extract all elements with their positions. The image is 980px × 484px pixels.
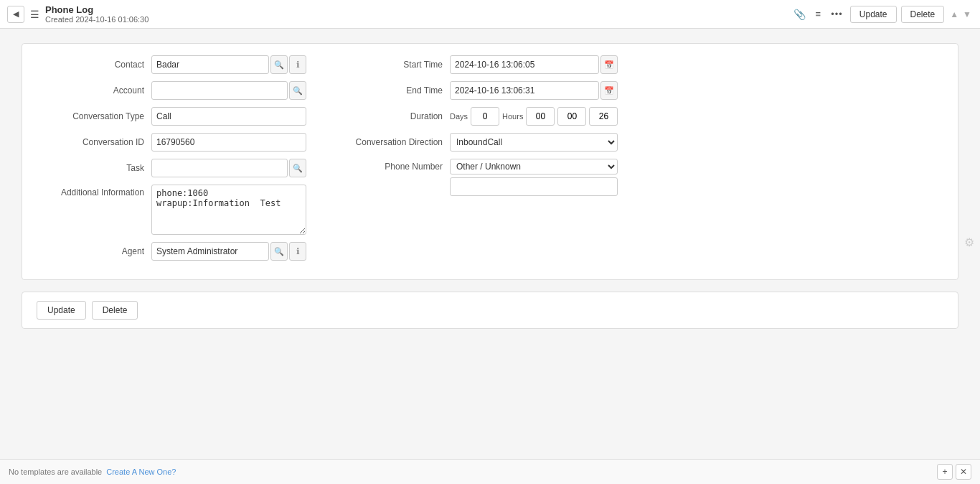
task-search-button[interactable]: 🔍 <box>289 159 306 177</box>
bottom-bar-left: No templates are available Create A New … <box>9 467 176 476</box>
update-button[interactable]: Update <box>37 301 86 320</box>
form-right-column: Start Time 📅 End Time 📅 <box>328 55 632 268</box>
nav-up-button[interactable]: ▲ <box>948 8 960 21</box>
additional-info-row: Additional Information phone:1060 wrapup… <box>37 185 321 235</box>
conversation-direction-select[interactable]: InboundCall OutboundCall Unknown <box>450 133 618 152</box>
conversation-type-input[interactable] <box>151 107 306 126</box>
additional-info-textarea[interactable]: phone:1060 wrapup:Information Test <box>151 185 306 235</box>
duration-row: Duration Days Hours <box>335 107 632 126</box>
phone-number-row: Phone Number Other / Unknown <box>335 159 632 196</box>
add-template-button[interactable]: + <box>937 464 953 480</box>
task-input[interactable] <box>151 159 288 177</box>
phone-number-group: Other / Unknown <box>450 159 618 196</box>
bottom-bar-right: + ✕ <box>937 464 971 480</box>
start-time-field-group: 📅 <box>450 55 618 74</box>
conversation-direction-label: Conversation Direction <box>335 137 450 147</box>
conversation-id-row: Conversation ID <box>37 133 321 152</box>
form-actions: Update Delete <box>22 292 958 329</box>
account-label: Account <box>37 85 151 96</box>
form-left-column: Contact 🔍 ℹ Account <box>37 55 328 268</box>
search-icon: 🔍 <box>293 164 303 173</box>
page-subtitle: Created 2024-10-16 01:06:30 <box>45 15 149 24</box>
close-icon: ✕ <box>960 467 967 477</box>
nav-down-button[interactable]: ▼ <box>961 8 973 21</box>
form-body: Contact 🔍 ℹ Account <box>37 55 632 268</box>
start-time-calendar-button[interactable]: 📅 <box>600 55 618 74</box>
settings-icon: ⚙ <box>964 236 974 249</box>
agent-field-group: 🔍 ℹ <box>151 242 306 261</box>
search-icon: 🔍 <box>274 247 284 256</box>
duration-seconds-input[interactable] <box>589 107 618 126</box>
contact-input[interactable] <box>151 55 269 74</box>
agent-info-button[interactable]: ℹ <box>289 242 306 261</box>
info-icon: ℹ <box>296 60 300 70</box>
title-block: Phone Log Created 2024-10-16 01:06:30 <box>45 4 149 24</box>
account-search-button[interactable]: 🔍 <box>289 81 306 100</box>
conversation-type-label: Conversation Type <box>37 111 151 121</box>
back-button[interactable]: ◀ <box>7 6 24 23</box>
phone-number-text-input[interactable] <box>450 177 618 196</box>
end-time-input[interactable] <box>450 81 599 100</box>
search-icon: 🔍 <box>293 86 303 96</box>
account-input[interactable] <box>151 81 288 100</box>
task-label: Task <box>37 163 151 173</box>
delete-button[interactable]: Delete <box>92 301 138 320</box>
attachment-button[interactable]: 📎 <box>791 7 809 22</box>
more-icon: ••• <box>831 9 843 19</box>
close-template-button[interactable]: ✕ <box>956 464 971 480</box>
main-content: Contact 🔍 ℹ Account <box>0 29 980 459</box>
attachment-icon: 📎 <box>793 9 806 20</box>
nav-arrows: ▲ ▼ <box>948 8 973 21</box>
task-field-group: 🔍 <box>151 159 306 177</box>
start-time-label: Start Time <box>335 60 450 70</box>
search-icon: 🔍 <box>274 60 284 70</box>
phone-number-label: Phone Number <box>335 159 450 172</box>
back-icon: ◀ <box>13 9 19 19</box>
lines-button[interactable]: ≡ <box>813 7 824 21</box>
header-update-button[interactable]: Update <box>850 6 897 23</box>
no-templates-text: No templates are available <box>9 467 102 476</box>
end-time-label: End Time <box>335 85 450 96</box>
account-row: Account 🔍 <box>37 81 321 100</box>
more-button[interactable]: ••• <box>828 7 846 21</box>
menu-icon: ☰ <box>30 9 39 20</box>
contact-field-group: 🔍 ℹ <box>151 55 306 74</box>
contact-search-button[interactable]: 🔍 <box>270 55 288 74</box>
agent-row: Agent 🔍 ℹ <box>37 242 321 261</box>
end-time-row: End Time 📅 <box>335 81 632 100</box>
header-left: ◀ ☰ Phone Log Created 2024-10-16 01:06:3… <box>7 4 149 24</box>
duration-hours-label: Hours <box>502 112 523 121</box>
form-panel: Contact 🔍 ℹ Account <box>22 43 958 280</box>
task-row: Task 🔍 <box>37 159 321 177</box>
page-title: Phone Log <box>45 4 149 15</box>
conversation-id-input[interactable] <box>151 133 306 152</box>
phone-number-select[interactable]: Other / Unknown <box>450 159 618 174</box>
bottom-bar: No templates are available Create A New … <box>0 459 980 484</box>
agent-search-button[interactable]: 🔍 <box>270 242 288 261</box>
start-time-row: Start Time 📅 <box>335 55 632 74</box>
contact-label: Contact <box>37 60 151 70</box>
header-right: 📎 ≡ ••• Update Delete ▲ ▼ <box>791 6 973 23</box>
lines-icon: ≡ <box>816 9 821 19</box>
create-new-link[interactable]: Create A New One? <box>106 467 176 476</box>
duration-label: Duration <box>335 111 450 121</box>
end-time-calendar-button[interactable]: 📅 <box>600 81 618 100</box>
conversation-type-row: Conversation Type <box>37 107 321 126</box>
start-time-input[interactable] <box>450 55 599 74</box>
conversation-direction-row: Conversation Direction InboundCall Outbo… <box>335 133 632 152</box>
duration-days-label: Days <box>450 112 468 121</box>
additional-info-label: Additional Information <box>37 185 151 197</box>
end-time-field-group: 📅 <box>450 81 618 100</box>
header: ◀ ☰ Phone Log Created 2024-10-16 01:06:3… <box>0 0 980 29</box>
agent-label: Agent <box>37 246 151 256</box>
info-icon: ℹ <box>296 246 300 256</box>
duration-days-input[interactable] <box>471 107 499 126</box>
duration-minutes-input[interactable] <box>557 107 586 126</box>
account-field-group: 🔍 <box>151 81 306 100</box>
calendar-icon: 📅 <box>604 60 614 70</box>
contact-info-button[interactable]: ℹ <box>289 55 306 74</box>
header-delete-button[interactable]: Delete <box>901 6 945 23</box>
plus-icon: + <box>942 467 947 477</box>
agent-input[interactable] <box>151 242 269 261</box>
duration-hours-input[interactable] <box>526 107 555 126</box>
